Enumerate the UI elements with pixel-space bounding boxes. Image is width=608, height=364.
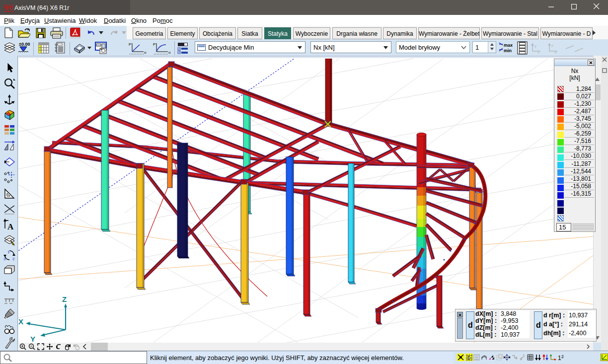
- svg-text:P: P: [153, 42, 155, 47]
- svg-text:4: 4: [554, 50, 557, 54]
- svg-text:x: x: [537, 50, 539, 54]
- svg-text:max: max: [504, 43, 513, 48]
- svg-text:u: u: [168, 50, 170, 55]
- svg-text:1: 1: [7, 250, 10, 254]
- svg-text:u: u: [144, 50, 146, 55]
- svg-text:min: min: [504, 48, 512, 53]
- svg-text:P: P: [129, 42, 131, 47]
- svg-text:3: 3: [3, 257, 6, 261]
- svg-text:2: 2: [12, 257, 15, 261]
- svg-text:X: X: [18, 317, 23, 326]
- svg-text:1: 1: [558, 355, 561, 361]
- svg-text:y: y: [534, 44, 536, 48]
- svg-text:±0.00: ±0.00: [19, 42, 30, 47]
- svg-text:Y: Y: [30, 335, 35, 343]
- svg-text:Z: Z: [62, 295, 67, 303]
- svg-text:2: 2: [561, 354, 564, 359]
- svg-text:A: A: [7, 222, 14, 231]
- svg-text:F: F: [551, 44, 554, 48]
